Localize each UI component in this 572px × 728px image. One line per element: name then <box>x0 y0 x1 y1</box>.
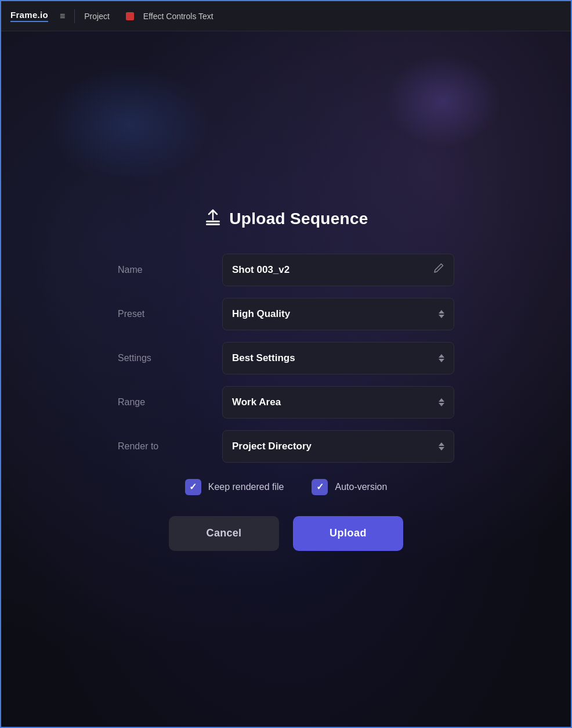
keep-rendered-checkbox-item: ✓ Keep rendered file <box>185 479 284 495</box>
upload-sequence-icon <box>204 208 222 230</box>
dialog-title: Upload Sequence <box>229 210 368 228</box>
settings-value: Best Settings <box>232 352 295 364</box>
preset-label: Preset <box>118 309 222 319</box>
settings-label: Settings <box>118 353 222 363</box>
dialog-title-row: Upload Sequence <box>118 208 454 230</box>
range-spinner-icon <box>439 398 444 406</box>
check-mark-2: ✓ <box>316 482 324 492</box>
spinner-up <box>439 354 444 358</box>
check-mark-1: ✓ <box>189 482 197 492</box>
name-field[interactable]: Shot 003_v2 <box>222 254 454 286</box>
range-label: Range <box>118 397 222 408</box>
glow-blob-2 <box>385 55 501 147</box>
spinner-up <box>439 442 444 446</box>
render-to-row: Render to Project Directory <box>118 430 454 463</box>
effect-dot <box>126 12 134 20</box>
title-separator <box>74 9 75 23</box>
auto-version-checkbox[interactable]: ✓ <box>312 479 328 495</box>
render-to-spinner-icon <box>439 442 444 451</box>
spinner-down <box>439 447 444 451</box>
render-to-label: Render to <box>118 441 222 452</box>
name-label: Name <box>118 265 222 275</box>
brand-logo: Frame.io <box>10 10 48 22</box>
name-row: Name Shot 003_v2 <box>118 254 454 286</box>
settings-field[interactable]: Best Settings <box>222 342 454 374</box>
spinner-down <box>439 403 444 406</box>
auto-version-label: Auto-version <box>335 482 387 492</box>
preset-row: Preset High Quality <box>118 298 454 330</box>
menu-icon[interactable]: ≡ <box>60 11 65 21</box>
cancel-button[interactable]: Cancel <box>169 516 279 551</box>
spinner-up <box>439 398 444 402</box>
spinner-down <box>439 359 444 362</box>
preset-spinner-icon <box>439 310 444 318</box>
svg-rect-0 <box>206 221 220 222</box>
keep-rendered-label: Keep rendered file <box>208 482 284 492</box>
effect-controls-text: Effect Controls Text <box>143 12 213 21</box>
settings-spinner-icon <box>439 354 444 362</box>
svg-rect-1 <box>206 224 220 225</box>
project-label[interactable]: Project <box>84 12 110 21</box>
app-container: Frame.io ≡ Project Effect Controls Text <box>0 0 572 728</box>
glow-blob-1 <box>48 66 210 182</box>
range-field[interactable]: Work Area <box>222 386 454 419</box>
upload-dialog: Upload Sequence Name Shot 003_v2 Preset <box>118 208 454 551</box>
title-bar: Frame.io ≡ Project Effect Controls Text <box>1 1 571 31</box>
spinner-up <box>439 310 444 313</box>
preset-value: High Quality <box>232 308 290 320</box>
edit-icon <box>433 262 444 277</box>
range-value: Work Area <box>232 397 281 408</box>
keep-rendered-checkbox[interactable]: ✓ <box>185 479 201 495</box>
checkboxes-row: ✓ Keep rendered file ✓ Auto-version <box>118 479 454 495</box>
preset-field[interactable]: High Quality <box>222 298 454 330</box>
auto-version-checkbox-item: ✓ Auto-version <box>312 479 387 495</box>
main-content: Upload Sequence Name Shot 003_v2 Preset <box>1 31 571 727</box>
upload-button[interactable]: Upload <box>293 516 403 551</box>
name-value: Shot 003_v2 <box>232 264 289 276</box>
range-row: Range Work Area <box>118 386 454 419</box>
render-to-value: Project Directory <box>232 441 312 452</box>
settings-row: Settings Best Settings <box>118 342 454 374</box>
buttons-row: Cancel Upload <box>118 516 454 551</box>
render-to-field[interactable]: Project Directory <box>222 430 454 463</box>
spinner-down <box>439 315 444 318</box>
